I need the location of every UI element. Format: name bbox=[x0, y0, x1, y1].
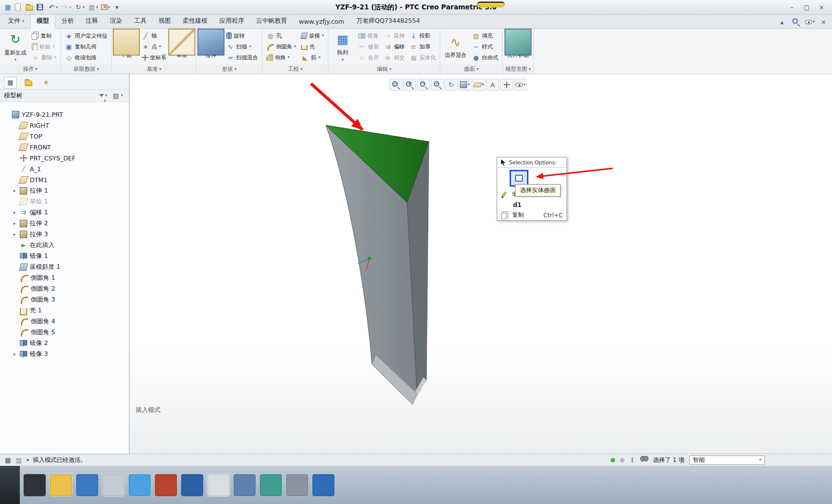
ribbon-button-extend[interactable]: →延伸 bbox=[382, 31, 406, 41]
undo-button[interactable]: ↶▾ bbox=[47, 2, 59, 13]
popup-copy-item[interactable]: 复制 Ctrl+C bbox=[497, 210, 567, 220]
ribbon-button-extrude[interactable]: 拉伸 bbox=[199, 34, 223, 59]
tree-item-14[interactable]: 拔模斜度 1 bbox=[0, 261, 129, 272]
ribbon-group-label-5[interactable]: 编辑▾ bbox=[328, 64, 440, 74]
tab-render[interactable]: 渲染 bbox=[104, 14, 128, 28]
ribbon-button-component-interface[interactable]: 元件界面 bbox=[505, 34, 531, 59]
tree-item-1[interactable]: RIGHT bbox=[0, 120, 129, 131]
ribbon-button-rib[interactable]: ◣筋▾ bbox=[300, 52, 325, 63]
expand-arrow-icon[interactable]: ▸ bbox=[12, 221, 17, 226]
tree-item-4[interactable]: PRT_CSYS_DEF bbox=[0, 152, 129, 163]
tree-item-8[interactable]: 草绘 1 bbox=[0, 196, 129, 207]
popup-d1-item[interactable]: d1 bbox=[497, 200, 567, 210]
taskbar-app-10[interactable] bbox=[260, 474, 282, 497]
ribbon-button-delete[interactable]: ×删除▾ bbox=[30, 52, 58, 63]
tree-item-22[interactable]: ▸镜像 3 bbox=[0, 349, 129, 359]
tab-model[interactable]: 模型 bbox=[30, 14, 55, 29]
ribbon-button-sweep[interactable]: ∿扫描▾ bbox=[225, 42, 260, 52]
ribbon-button-axis[interactable]: ╱轴 bbox=[140, 31, 168, 41]
graphics-area[interactable]: ↻▾▾A▾ bbox=[130, 74, 832, 454]
display-style-button[interactable]: ▾ bbox=[459, 79, 471, 91]
tab-yzf-site[interactable]: www.yzfjy.com bbox=[293, 15, 351, 28]
new-file-button[interactable] bbox=[14, 2, 24, 13]
tab-yzf-edu[interactable]: 云中帆教育 bbox=[250, 14, 293, 28]
taskbar-app-8[interactable] bbox=[207, 474, 230, 497]
model-tree-tab[interactable]: ▦ bbox=[4, 77, 17, 89]
ribbon-button-fill[interactable]: ▨填充 bbox=[470, 31, 500, 41]
expand-arrow-icon[interactable]: ▸ bbox=[12, 352, 17, 356]
ribbon-button-thicken[interactable]: ≡加厚 bbox=[408, 42, 437, 52]
expand-arrow-icon[interactable]: ▸ bbox=[12, 188, 17, 193]
tree-item-12[interactable]: ►在此插入 bbox=[0, 240, 129, 251]
tab-applications[interactable]: 应用程序 bbox=[213, 14, 250, 28]
ribbon-button-style[interactable]: ∽样式 bbox=[470, 42, 500, 52]
tab-annotate[interactable]: 注释 bbox=[80, 14, 104, 28]
ribbon-button-freestyle[interactable]: ●自由式 bbox=[470, 52, 500, 63]
pause-icon[interactable]: ‖ bbox=[629, 456, 635, 464]
ribbon-group-label-0[interactable]: 操作▾ bbox=[0, 64, 60, 74]
redo-button[interactable]: ↷▾ bbox=[60, 2, 72, 13]
selection-filter-dropdown[interactable]: 智能 ▾ bbox=[689, 455, 765, 465]
tree-item-15[interactable]: 倒圆角 1 bbox=[0, 272, 129, 283]
start-button[interactable] bbox=[0, 466, 20, 504]
repaint-button[interactable]: ↻ bbox=[445, 79, 458, 91]
expand-arrow-icon[interactable]: ▸ bbox=[12, 232, 17, 237]
customize-qat-button[interactable]: ▾ bbox=[112, 2, 122, 13]
ribbon-button-copy[interactable]: 复制 bbox=[30, 31, 58, 41]
taskbar-app-1[interactable] bbox=[23, 474, 46, 497]
ribbon-group-label-7[interactable]: 模型意图▾ bbox=[503, 64, 533, 74]
ribbon-button-sketch[interactable]: 草绘 bbox=[170, 34, 194, 59]
ribbon-group-label-1[interactable]: 获取数据▾ bbox=[61, 64, 111, 74]
ribbon-button-hole[interactable]: ◎孔 bbox=[265, 31, 298, 41]
tree-item-17[interactable]: 倒圆角 3 bbox=[0, 294, 129, 305]
zoom-in-button[interactable] bbox=[403, 79, 416, 91]
ribbon-button-chamfer[interactable]: 倒角▾ bbox=[265, 52, 298, 63]
3d-model[interactable] bbox=[130, 74, 831, 454]
tree-item-9[interactable]: ▸⇉偏移 1 bbox=[0, 207, 129, 218]
ribbon-button-csys[interactable]: 坐标系 bbox=[140, 52, 168, 63]
datum-display-button[interactable]: ▾ bbox=[472, 79, 485, 91]
tree-item-10[interactable]: ▸拉伸 2 bbox=[0, 218, 129, 229]
tree-item-21[interactable]: 镜像 2 bbox=[0, 338, 129, 349]
ribbon-button-udf[interactable]: ◈用户定义特征 bbox=[63, 31, 109, 41]
window-switch-button[interactable]: ▥▾ bbox=[87, 2, 99, 13]
ribbon-button-swept-blend[interactable]: ≈扫描混合 bbox=[225, 52, 260, 63]
ribbon-button-boundary-blend[interactable]: ∿边界混合 bbox=[443, 34, 468, 59]
annotation-display-button[interactable]: A bbox=[486, 79, 499, 91]
saved-orientations-button[interactable]: ▾ bbox=[514, 79, 527, 91]
ribbon-button-pattern[interactable]: ▦阵列▾ bbox=[331, 31, 355, 62]
tree-item-6[interactable]: DTM1 bbox=[0, 174, 129, 185]
tab-file[interactable]: 文件▾ bbox=[2, 14, 30, 28]
taskbar-app-7[interactable] bbox=[181, 474, 204, 497]
spin-center-button[interactable] bbox=[500, 79, 513, 91]
navigator-toggle-button[interactable]: ▦ bbox=[4, 456, 12, 464]
tree-item-20[interactable]: 倒圆角 5 bbox=[0, 327, 129, 338]
tree-item-0[interactable]: YZF-9-21.PRT bbox=[0, 109, 129, 120]
favorites-tab[interactable]: ★ bbox=[40, 77, 52, 89]
navigator-button[interactable]: ▦ bbox=[3, 2, 13, 13]
regenerate-button[interactable]: ↻▾ bbox=[73, 2, 86, 13]
tree-item-13[interactable]: 镜像 1 bbox=[0, 251, 129, 261]
ribbon-button-paste[interactable]: 粘贴▾ bbox=[30, 42, 58, 52]
tree-item-5[interactable]: ╱A_1 bbox=[0, 163, 129, 174]
refit-button[interactable] bbox=[431, 79, 444, 91]
open-button[interactable] bbox=[25, 2, 35, 13]
taskbar-app-3[interactable] bbox=[76, 474, 99, 497]
zoom-region-button[interactable] bbox=[389, 79, 402, 91]
display-options-button[interactable]: ▾ bbox=[803, 16, 816, 27]
command-search-button[interactable] bbox=[789, 16, 802, 27]
ribbon-button-solidify[interactable]: ■实体化 bbox=[408, 52, 437, 63]
ribbon-button-offset[interactable]: ⇉偏移 bbox=[382, 42, 406, 52]
ribbon-button-trim[interactable]: ✂修剪 bbox=[357, 42, 380, 52]
ribbon-button-copy-geometry[interactable]: ▣复制几何 bbox=[63, 42, 109, 52]
tree-item-3[interactable]: FRONT bbox=[0, 142, 129, 152]
folder-browser-tab[interactable] bbox=[22, 77, 35, 89]
tab-analysis[interactable]: 分析 bbox=[55, 14, 80, 28]
taskbar-app-2[interactable] bbox=[50, 474, 72, 497]
maximize-button[interactable]: □ bbox=[799, 2, 814, 12]
ribbon-button-draft[interactable]: 拔模▾ bbox=[300, 31, 325, 41]
tab-teacher-qq[interactable]: 万老师QQ734482554 bbox=[350, 14, 426, 28]
ribbon-button-merge[interactable]: ∪合并 bbox=[357, 52, 380, 63]
ribbon-button-revolve[interactable]: 旋转 bbox=[225, 31, 260, 41]
tree-item-19[interactable]: 倒圆角 4 bbox=[0, 316, 129, 327]
